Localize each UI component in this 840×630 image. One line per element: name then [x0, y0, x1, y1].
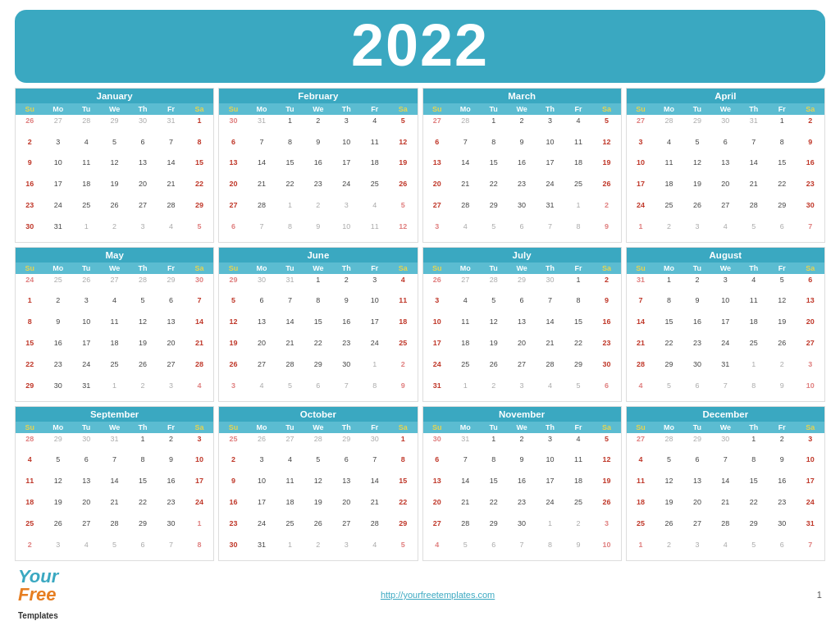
dow-cell: Fr	[157, 103, 185, 115]
day-cell: 27	[276, 433, 304, 454]
day-cell: 17	[536, 158, 564, 179]
dow-cell: Sa	[797, 262, 824, 274]
day-cell: 16	[304, 158, 332, 179]
day-cell: 8	[479, 454, 507, 476]
month-block-february: FebruarySuMoTuWeThFrSa303112345678910111…	[218, 88, 418, 243]
day-cell: 8	[185, 136, 213, 158]
dow-cell: Th	[536, 262, 564, 274]
day-cell: 31	[536, 199, 564, 221]
dow-cell: Fr	[361, 422, 389, 433]
days-grid-july: 2627282930123456789101112131415161718192…	[423, 274, 621, 401]
day-cell: 2	[592, 274, 620, 295]
day-cell: 7	[627, 295, 655, 317]
day-cell: 31	[451, 433, 479, 454]
day-cell: 27	[423, 199, 451, 221]
day-cell: 10	[797, 454, 824, 476]
day-cell: 17	[72, 338, 100, 359]
footer-link[interactable]: http://yourfreetemplates.com	[381, 590, 495, 600]
day-cell: 5	[389, 115, 417, 136]
day-cell: 30	[72, 433, 100, 454]
day-cell: 3	[157, 380, 185, 401]
day-cell: 18	[740, 317, 768, 338]
day-cell: 24	[332, 179, 360, 200]
day-cell: 9	[797, 136, 824, 158]
day-cell: 3	[683, 539, 711, 560]
day-cell: 18	[564, 158, 592, 179]
day-cell: 17	[423, 338, 451, 359]
day-cell: 12	[389, 221, 417, 242]
day-cell: 1	[564, 199, 592, 221]
day-cell: 23	[508, 497, 536, 518]
day-cell: 1	[451, 380, 479, 401]
dow-cell: Tu	[479, 103, 507, 115]
day-cell: 9	[304, 221, 332, 242]
day-cell: 29	[185, 199, 213, 221]
dow-cell: Th	[332, 262, 360, 274]
day-cell: 6	[332, 454, 360, 476]
dow-cell: Su	[219, 262, 247, 274]
day-cell: 15	[389, 476, 417, 497]
day-cell: 28	[479, 274, 507, 295]
day-cell: 6	[423, 454, 451, 476]
day-cell: 10	[248, 476, 276, 497]
dow-cell: Th	[332, 103, 360, 115]
day-cell: 30	[508, 518, 536, 539]
day-cell: 17	[536, 476, 564, 497]
day-cell: 8	[479, 136, 507, 158]
day-cell: 1	[655, 274, 682, 295]
day-cell: 22	[389, 497, 417, 518]
day-cell: 12	[43, 476, 71, 497]
day-cell: 5	[564, 380, 592, 401]
dow-cell: We	[508, 262, 536, 274]
day-cell: 26	[592, 179, 620, 200]
day-cell: 1	[129, 433, 157, 454]
day-cell: 20	[508, 338, 536, 359]
day-cell: 9	[768, 454, 796, 476]
day-cell: 1	[72, 221, 100, 242]
dow-row-january: SuMoTuWeThFrSa	[16, 103, 213, 115]
day-cell: 4	[711, 539, 739, 560]
dow-cell: Fr	[564, 422, 592, 433]
day-cell: 11	[564, 454, 592, 476]
day-cell: 7	[451, 454, 479, 476]
day-cell: 12	[592, 454, 620, 476]
day-cell: 18	[276, 497, 304, 518]
day-cell: 10	[332, 221, 360, 242]
dow-cell: Tu	[72, 262, 100, 274]
dow-cell: Fr	[768, 422, 796, 433]
day-cell: 28	[304, 433, 332, 454]
day-cell: 15	[185, 158, 213, 179]
day-cell: 2	[219, 454, 247, 476]
day-cell: 25	[564, 497, 592, 518]
day-cell: 5	[683, 136, 711, 158]
day-cell: 8	[276, 136, 304, 158]
month-title-november: November	[423, 407, 621, 422]
dow-cell: We	[100, 103, 128, 115]
day-cell: 7	[276, 295, 304, 317]
day-cell: 23	[683, 338, 711, 359]
day-cell: 29	[219, 274, 247, 295]
dow-cell: Th	[740, 422, 768, 433]
day-cell: 3	[219, 380, 247, 401]
day-cell: 1	[768, 115, 796, 136]
day-cell: 4	[248, 380, 276, 401]
day-cell: 1	[389, 433, 417, 454]
month-title-august: August	[627, 248, 824, 262]
day-cell: 7	[797, 539, 824, 560]
day-cell: 21	[536, 338, 564, 359]
day-cell: 6	[508, 221, 536, 242]
dow-cell: We	[711, 422, 739, 433]
day-cell: 28	[536, 358, 564, 380]
day-cell: 5	[740, 221, 768, 242]
day-cell: 13	[72, 476, 100, 497]
day-cell: 29	[655, 358, 682, 380]
day-cell: 23	[508, 179, 536, 200]
day-cell: 20	[248, 338, 276, 359]
month-title-march: March	[423, 89, 621, 103]
day-cell: 7	[711, 380, 739, 401]
day-cell: 31	[423, 380, 451, 401]
dow-cell: Su	[16, 422, 43, 433]
day-cell: 15	[304, 317, 332, 338]
day-cell: 28	[711, 518, 739, 539]
day-cell: 24	[361, 338, 389, 359]
